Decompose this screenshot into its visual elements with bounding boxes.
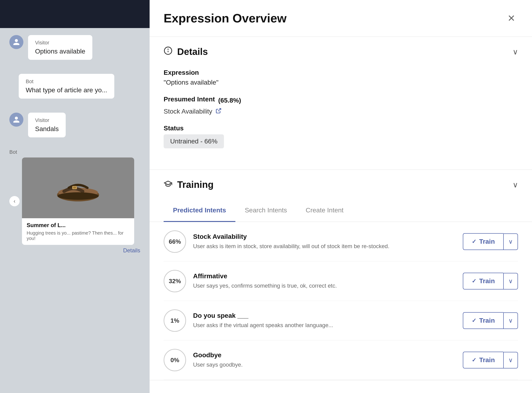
details-title: Details	[177, 46, 208, 57]
chat-content: Visitor Options available Bot What type …	[0, 28, 150, 393]
expression-overview-panel: Expression Overview ✕ Details ∨	[150, 0, 532, 393]
bot-text: What type of article are yo...	[26, 86, 107, 94]
train-btn-wrapper: ✓ Train ∨	[463, 352, 518, 368]
train-button-4[interactable]: ✓ Train	[463, 352, 503, 368]
intent-item: 66% Stock Availability User asks is item…	[164, 222, 518, 261]
intent-description: User asks if the virtual agent speaks an…	[193, 321, 456, 329]
message-bubble: Visitor Sandals	[28, 113, 66, 138]
intent-name: Do you speak ___	[193, 312, 456, 319]
svg-line-14	[218, 108, 221, 111]
intent-info: Do you speak ___ User asks if the virtua…	[193, 312, 456, 329]
intent-list: 66% Stock Availability User asks is item…	[150, 222, 532, 380]
stock-availability-link[interactable]: Stock Availability	[164, 108, 212, 115]
expression-row: Expression "Options available"	[164, 69, 518, 86]
training-icon	[164, 179, 172, 190]
details-content: Expression "Options available" Presumed …	[150, 67, 532, 169]
status-badge: Untrained - 66%	[164, 134, 224, 148]
close-button[interactable]: ✕	[505, 12, 518, 25]
train-button-3[interactable]: ✓ Train	[463, 312, 503, 329]
blog-title: Summer of L...	[27, 222, 129, 229]
visitor-text: Options available	[35, 48, 85, 55]
intent-description: User says goodbye.	[193, 361, 456, 369]
check-icon: ✓	[472, 238, 476, 245]
training-chevron-icon: ∨	[512, 180, 518, 189]
avatar	[9, 35, 23, 49]
train-dropdown-2[interactable]: ∨	[503, 273, 518, 290]
intent-percent-circle: 0%	[164, 349, 186, 371]
details-section: Details ∨ Expression "Options available"…	[150, 37, 532, 170]
blog-card-content: Summer of L... Hugging trees is yo... pa…	[22, 218, 134, 245]
train-button-2[interactable]: ✓ Train	[463, 273, 503, 290]
intent-info: Affirmative User says yes, confirms some…	[193, 272, 456, 290]
bot-message: Bot What type of article are yo...	[0, 67, 150, 106]
intent-name: Stock Availability	[193, 233, 456, 241]
train-dropdown-4[interactable]: ∨	[503, 352, 518, 368]
presumed-intent-value-row: Stock Availability	[164, 108, 518, 115]
training-section: Training ∨ Predicted Intents Search Inte…	[150, 170, 532, 380]
status-label: Status	[164, 124, 518, 132]
blog-card: Summer of L... Hugging trees is yo... pa…	[22, 157, 134, 245]
training-header-left: Training	[164, 179, 214, 190]
train-dropdown-3[interactable]: ∨	[503, 312, 518, 329]
status-row: Status Untrained - 66%	[164, 124, 518, 148]
visitor-label: Visitor	[35, 117, 59, 123]
carousel-left-arrow[interactable]: ‹	[9, 196, 20, 206]
tab-predicted-intents[interactable]: Predicted Intents	[164, 200, 235, 222]
intent-item: 1% Do you speak ___ User asks if the vir…	[164, 301, 518, 340]
details-chevron-icon: ∨	[512, 47, 518, 56]
tab-create-intent[interactable]: Create Intent	[296, 200, 353, 222]
train-btn-wrapper: ✓ Train ∨	[463, 273, 518, 290]
svg-rect-10	[73, 187, 76, 189]
panel-body: Details ∨ Expression "Options available"…	[150, 37, 532, 393]
avatar	[9, 113, 23, 127]
details-section-header[interactable]: Details ∨	[150, 37, 532, 67]
check-icon: ✓	[472, 317, 476, 324]
intent-name: Goodbye	[193, 351, 456, 359]
training-title: Training	[177, 179, 214, 190]
svg-point-8	[58, 192, 99, 200]
visitor-text: Sandals	[35, 125, 59, 133]
intent-percent-circle: 32%	[164, 270, 186, 292]
blog-card-image	[22, 157, 134, 218]
intent-percent-circle: 66%	[164, 230, 186, 253]
train-btn-wrapper: ✓ Train ∨	[463, 233, 518, 250]
intent-percent-circle: 1%	[164, 309, 186, 332]
intent-info: Goodbye User says goodbye.	[193, 351, 456, 369]
message-bubble: Visitor Options available	[28, 35, 92, 60]
blog-subtitle: Hugging trees is yo... pastime? Then the…	[27, 230, 129, 241]
training-section-header[interactable]: Training ∨	[150, 170, 532, 200]
bot-label-2: Bot	[9, 149, 140, 155]
training-tabs: Predicted Intents Search Intents Create …	[150, 200, 532, 222]
chat-message: Visitor Sandals	[0, 106, 150, 144]
panel-title: Expression Overview	[164, 11, 286, 25]
intent-name: Affirmative	[193, 272, 456, 280]
bot-bubble: Bot What type of article are yo...	[19, 74, 114, 98]
intent-info: Stock Availability User asks is item in …	[193, 233, 456, 250]
presumed-intent-header: Presumed Intent (65.8%)	[164, 96, 518, 105]
intent-description: User asks is item in stock, store availa…	[193, 242, 456, 250]
intent-item: 0% Goodbye User says goodbye. ✓ Train ∨	[164, 340, 518, 380]
details-link[interactable]: Details	[9, 247, 140, 254]
chat-message: Visitor Options available	[0, 28, 150, 67]
expression-label: Expression	[164, 69, 518, 76]
external-link-icon	[216, 108, 222, 115]
bot-label: Bot	[26, 79, 107, 85]
train-dropdown-1[interactable]: ∨	[503, 233, 518, 250]
presumed-intent-row: Presumed Intent (65.8%) Stock Availabili…	[164, 96, 518, 115]
presumed-intent-label: Presumed Intent	[164, 96, 215, 103]
details-header-left: Details	[164, 46, 208, 57]
visitor-label: Visitor	[35, 40, 85, 46]
train-btn-wrapper: ✓ Train ∨	[463, 312, 518, 329]
tab-search-intents[interactable]: Search Intents	[235, 200, 296, 222]
info-icon	[164, 46, 172, 57]
intent-item: 32% Affirmative User says yes, confirms …	[164, 261, 518, 301]
expression-value: "Options available"	[164, 79, 518, 86]
check-icon: ✓	[472, 357, 476, 363]
presumed-intent-percent: (65.8%)	[218, 97, 241, 104]
bot-blog-message: Bot ‹	[0, 144, 150, 258]
check-icon: ✓	[472, 278, 476, 284]
intent-description: User says yes, confirms something is tru…	[193, 282, 456, 290]
train-button-1[interactable]: ✓ Train	[463, 233, 503, 250]
panel-header: Expression Overview ✕	[150, 0, 532, 37]
